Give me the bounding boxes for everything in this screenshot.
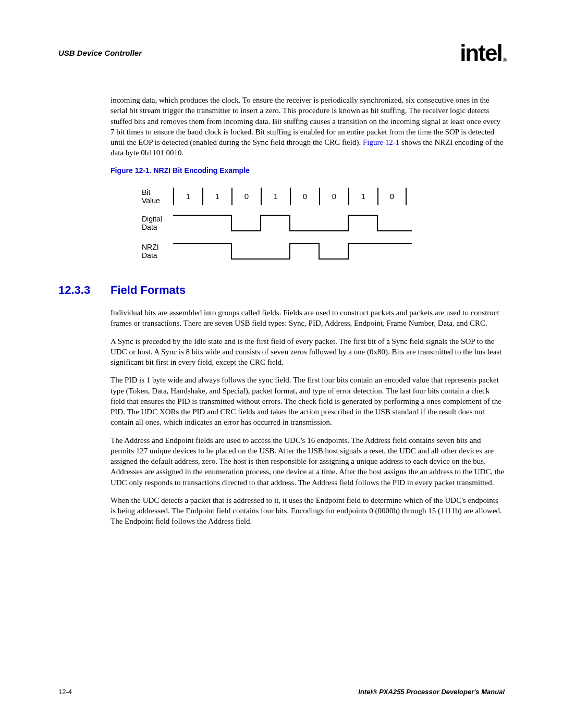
bit-cell: 1 [261,188,290,205]
intro-paragraph: incoming data, which produces the clock.… [111,95,505,158]
page-header: USB Device Controller intel® [58,42,505,65]
section-number: 12.3.3 [58,282,95,298]
page: USB Device Controller intel® incoming da… [0,0,563,728]
figure-caption: Figure 12-1. NRZI Bit Encoding Example [111,166,505,176]
bit-cells: 1 1 0 1 0 0 1 0 [173,188,407,205]
section-title: Field Formats [111,282,186,298]
nrzi-data-row: NRZIData [142,241,505,262]
nrzi-waveform [173,241,413,262]
header-title: USB Device Controller [58,48,142,58]
section-body: Individual bits are assembled into group… [111,307,505,527]
bit-cell: 0 [377,188,407,205]
page-number: 12-4 [58,687,72,697]
digital-data-label: DigitalData [142,215,173,231]
digital-data-row: DigitalData [142,213,505,233]
para-1: Individual bits are assembled into group… [111,307,505,329]
bit-cell: 1 [202,188,231,205]
para-4: The Address and Endpoint fields are used… [111,435,505,488]
logo-text: intel [460,40,501,66]
nrzi-figure: BitValue 1 1 0 1 0 0 1 0 DigitalData [142,188,505,262]
registered-mark: ® [503,57,506,63]
bit-cell: 0 [231,188,261,205]
nrzi-data-label: NRZIData [142,243,173,260]
bit-cell: 1 [348,188,377,205]
digital-waveform [173,213,413,233]
bit-value-label: BitValue [142,188,173,205]
body-content: incoming data, which produces the clock.… [111,95,505,262]
bit-value-row: BitValue 1 1 0 1 0 0 1 0 [142,188,505,205]
para-2: A Sync is preceded by the Idle state and… [111,336,505,368]
para-5: When the UDC detects a packet that is ad… [111,495,505,527]
bit-cell: 0 [290,188,319,205]
page-footer: 12-4 Intel® PXA255 Processor Developer's… [58,687,505,697]
intel-logo: intel® [460,42,505,65]
para-3: The PID is 1 byte wide and always follow… [111,375,505,427]
section-heading: 12.3.3 Field Formats [58,282,505,298]
bit-cell: 1 [173,188,202,205]
manual-title: Intel® PXA255 Processor Developer's Manu… [358,687,505,697]
bit-cell: 0 [319,188,348,205]
figure-xref[interactable]: Figure 12-1 [363,138,399,146]
